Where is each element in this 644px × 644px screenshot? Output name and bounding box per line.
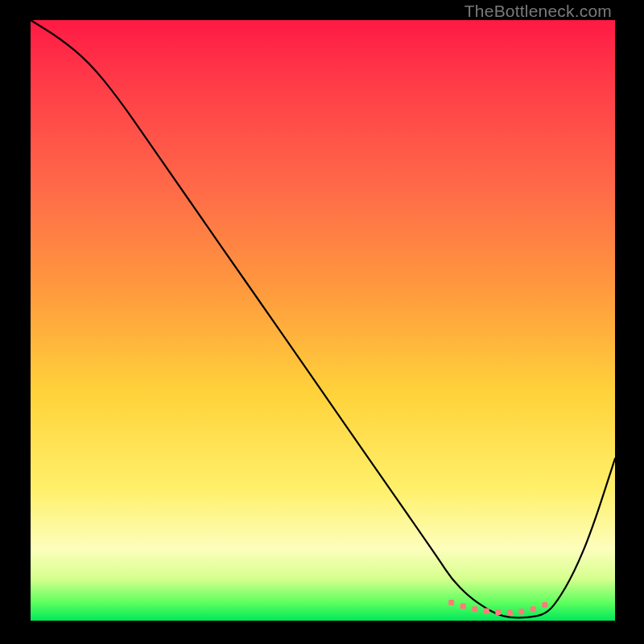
marker bbox=[484, 609, 489, 614]
curve-layer bbox=[31, 20, 615, 621]
plot-area bbox=[31, 20, 615, 621]
marker bbox=[518, 609, 524, 614]
marker bbox=[448, 600, 454, 605]
marker bbox=[542, 602, 547, 608]
main-curve bbox=[31, 20, 615, 617]
marker bbox=[460, 604, 466, 609]
optimal-band-markers bbox=[448, 600, 547, 616]
marker bbox=[472, 606, 477, 612]
marker bbox=[530, 606, 536, 612]
marker bbox=[495, 609, 501, 615]
watermark-text: TheBottleneck.com bbox=[464, 2, 612, 21]
marker bbox=[507, 610, 513, 616]
chart-frame: TheBottleneck.com bbox=[0, 0, 644, 644]
